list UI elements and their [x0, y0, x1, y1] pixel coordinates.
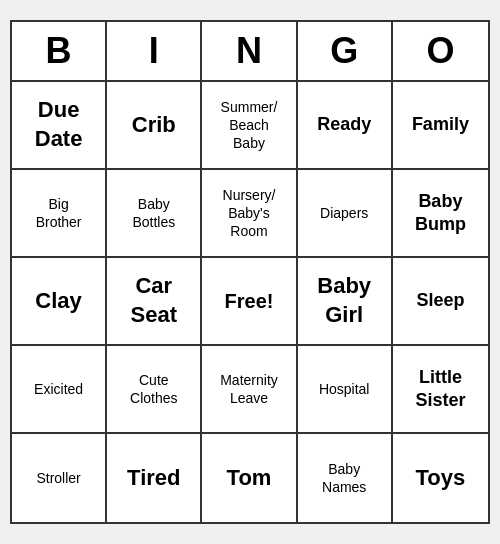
- bingo-cell-24[interactable]: Toys: [393, 434, 488, 522]
- bingo-cell-17[interactable]: MaternityLeave: [202, 346, 297, 434]
- bingo-cell-0[interactable]: DueDate: [12, 82, 107, 170]
- bingo-card: BINGO DueDateCribSummer/BeachBabyReadyFa…: [10, 20, 490, 524]
- bingo-cell-15[interactable]: Exicited: [12, 346, 107, 434]
- bingo-cell-9[interactable]: BabyBump: [393, 170, 488, 258]
- bingo-cell-23[interactable]: BabyNames: [298, 434, 393, 522]
- bingo-header: BINGO: [12, 22, 488, 82]
- bingo-cell-2[interactable]: Summer/BeachBaby: [202, 82, 297, 170]
- bingo-letter-i: I: [107, 22, 202, 80]
- bingo-cell-7[interactable]: Nursery/Baby'sRoom: [202, 170, 297, 258]
- bingo-cell-11[interactable]: CarSeat: [107, 258, 202, 346]
- bingo-cell-16[interactable]: CuteClothes: [107, 346, 202, 434]
- bingo-cell-14[interactable]: Sleep: [393, 258, 488, 346]
- bingo-cell-3[interactable]: Ready: [298, 82, 393, 170]
- bingo-cell-22[interactable]: Tom: [202, 434, 297, 522]
- bingo-letter-g: G: [298, 22, 393, 80]
- bingo-cell-4[interactable]: Family: [393, 82, 488, 170]
- bingo-cell-8[interactable]: Diapers: [298, 170, 393, 258]
- bingo-cell-18[interactable]: Hospital: [298, 346, 393, 434]
- bingo-cell-20[interactable]: Stroller: [12, 434, 107, 522]
- bingo-grid: DueDateCribSummer/BeachBabyReadyFamilyBi…: [12, 82, 488, 522]
- bingo-letter-b: B: [12, 22, 107, 80]
- bingo-cell-6[interactable]: BabyBottles: [107, 170, 202, 258]
- bingo-cell-10[interactable]: Clay: [12, 258, 107, 346]
- bingo-letter-n: N: [202, 22, 297, 80]
- bingo-cell-21[interactable]: Tired: [107, 434, 202, 522]
- bingo-cell-5[interactable]: BigBrother: [12, 170, 107, 258]
- bingo-cell-12[interactable]: Free!: [202, 258, 297, 346]
- bingo-letter-o: O: [393, 22, 488, 80]
- bingo-cell-1[interactable]: Crib: [107, 82, 202, 170]
- bingo-cell-19[interactable]: LittleSister: [393, 346, 488, 434]
- bingo-cell-13[interactable]: BabyGirl: [298, 258, 393, 346]
